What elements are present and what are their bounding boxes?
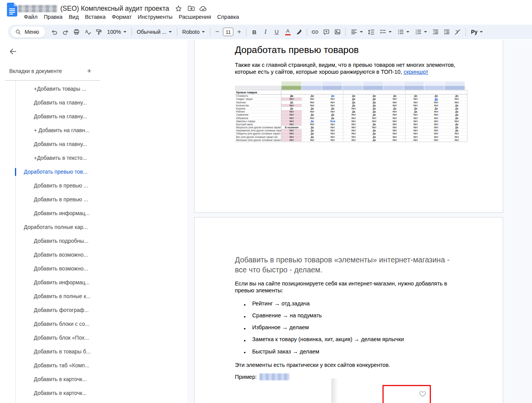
font-select[interactable]: Roboto xyxy=(180,27,207,37)
sheet-cell: Нет xyxy=(323,123,343,126)
sidebar-tab-item[interactable]: Добавить на главну... xyxy=(0,109,187,123)
sheet-cell: Да xyxy=(447,123,467,126)
sidebar-tab-item[interactable]: Добавить возможно... xyxy=(0,262,187,275)
caret-down-icon xyxy=(360,31,363,33)
document-page-1[interactable]: Доработать превью товаров Также как с гл… xyxy=(194,40,503,213)
sidebar-tab-item[interactable]: +Добавить в тексто... xyxy=(0,151,187,165)
sidebar-tab-item[interactable]: Добавить на главну... xyxy=(0,137,187,151)
sidebar-tab-item[interactable]: Добавить блоки с со... xyxy=(0,317,187,331)
sheet-cell: Нет xyxy=(343,132,364,135)
styles-select[interactable]: Обычный ... xyxy=(135,27,174,37)
doc-bullet-item: Избранное → делаем xyxy=(235,324,466,331)
sidebar-tab-item[interactable]: +Добавить товары ... xyxy=(0,82,187,96)
sheet-cell: Да xyxy=(384,107,405,110)
sidebar-tab-item[interactable]: Добавить в товары б... xyxy=(0,345,187,358)
font-value: Roboto xyxy=(182,29,200,35)
menu-расширения[interactable]: Расширения xyxy=(176,13,214,21)
zoom-select[interactable]: 100% xyxy=(105,27,129,37)
move-folder-button[interactable] xyxy=(186,3,196,14)
menu-вид[interactable]: Вид xyxy=(66,13,82,21)
sheet-row: РейтингНетНетНетДаДаНетДаНетДа xyxy=(235,110,467,113)
sidebar-tab-item[interactable]: Добавить в полные к... xyxy=(0,289,187,303)
sheet-cell: Да xyxy=(426,107,446,110)
sheet-cell: Да xyxy=(281,107,302,110)
sheet-cell: Да xyxy=(364,129,384,132)
sidebar-tab-label: Добавить блок «Пох... xyxy=(34,335,89,341)
text-color-icon: A xyxy=(285,28,291,35)
sidebar-tab-item[interactable]: Добавить в карточк... xyxy=(0,386,187,400)
decrease-font-size-button[interactable]: − xyxy=(213,28,221,36)
sidebar-tab-item[interactable]: Добавить в карточк... xyxy=(0,372,187,386)
undo-button[interactable] xyxy=(49,27,60,37)
sheet-cell: Да xyxy=(364,110,384,113)
decrease-indent-button[interactable] xyxy=(430,27,441,37)
sidebar-tab-label: Доработать превью тов... xyxy=(24,169,87,175)
line-spacing-icon xyxy=(367,28,375,36)
embedded-sheet-image[interactable]: Превью товаров СтоимостьДаДаДаДаДаДаДаДа… xyxy=(235,80,467,142)
spellcheck-button[interactable]: А xyxy=(83,27,93,37)
sidebar-tab-item[interactable]: + Добавить на главн... xyxy=(0,123,187,137)
sheet-cell: Нет xyxy=(384,126,405,129)
caret-down-icon xyxy=(389,31,392,33)
document-page-2[interactable]: Добавить в превью товаров «элементы» инт… xyxy=(194,217,503,403)
insert-image-button[interactable] xyxy=(332,27,342,37)
redo-button[interactable] xyxy=(60,27,71,37)
menu-файл[interactable]: Файл xyxy=(21,13,41,21)
menu-правка[interactable]: Правка xyxy=(41,13,66,21)
sheet-row: НаличиеДаНетНетДаДаНетНетНетНет xyxy=(235,101,467,104)
increase-font-size-button[interactable]: + xyxy=(235,28,243,36)
sidebar-tab-item[interactable]: Добавить на главну... xyxy=(0,96,187,109)
sheet-cell: New xyxy=(323,120,343,123)
sidebar-tab-item[interactable]: Добавить таб «Комп... xyxy=(0,358,187,372)
menu-search-button[interactable]: Меню xyxy=(11,27,45,38)
document-title[interactable]: (SEO) Комплексный аудит проекта xyxy=(58,5,171,13)
italic-button[interactable]: I xyxy=(260,27,271,37)
sidebar-tab-item[interactable]: Доработать полные кар... xyxy=(0,220,187,234)
checklist-select[interactable] xyxy=(377,27,394,37)
menu-формат[interactable]: Формат xyxy=(109,13,135,21)
sidebar-tab-item[interactable]: Добавить фотограф... xyxy=(0,303,187,317)
clear-formatting-button[interactable]: T xyxy=(452,27,463,37)
add-tab-button[interactable]: + xyxy=(84,66,95,76)
screenshot-link[interactable]: скриншот xyxy=(404,69,428,75)
sheet-cell: Да xyxy=(447,107,467,110)
line-spacing-button[interactable] xyxy=(366,27,376,37)
doc-bullet-item: Сравнение → на подумать xyxy=(235,312,466,319)
sidebar-tab-item[interactable]: Добавить в превью ... xyxy=(0,192,187,206)
document-status-button[interactable] xyxy=(198,3,209,14)
font-size-input[interactable]: 11 xyxy=(223,28,233,36)
highlight-color-button[interactable] xyxy=(294,27,304,37)
bullet-list-select[interactable] xyxy=(395,27,412,37)
back-arrow-icon xyxy=(9,47,17,56)
print-button[interactable] xyxy=(71,27,82,37)
close-sidebar-button[interactable] xyxy=(6,45,20,58)
doc-example-row: Пример: xyxy=(235,373,466,380)
input-tools-select[interactable]: Ру xyxy=(469,27,485,37)
numbered-list-select[interactable]: 1 2 3 xyxy=(412,27,429,37)
caret-down-icon xyxy=(424,31,427,33)
sheet-row: СтоимостьДаДаДаДаДаДаДаДаДа xyxy=(235,95,467,98)
bold-button[interactable]: B xyxy=(249,27,259,37)
insert-link-button[interactable] xyxy=(310,27,320,37)
sidebar-tab-item-active[interactable]: Доработать превью тов... xyxy=(0,165,187,179)
increase-indent-button[interactable] xyxy=(441,27,452,37)
sidebar-tab-item[interactable]: Добавить подробны... xyxy=(0,234,187,248)
align-select[interactable] xyxy=(348,27,365,37)
underline-button[interactable]: U xyxy=(271,27,282,37)
star-button[interactable] xyxy=(173,3,184,14)
sidebar-tab-item[interactable]: Добавить в превью ... xyxy=(0,179,187,192)
docs-file-icon[interactable] xyxy=(7,3,17,18)
text-color-button[interactable]: A xyxy=(283,27,293,37)
menu-справка[interactable]: Справка xyxy=(214,13,242,21)
add-comment-button[interactable] xyxy=(321,27,331,37)
sidebar-tab-item[interactable]: Добавить возможно... xyxy=(0,248,187,262)
sidebar-tab-item[interactable]: Добавить информац... xyxy=(0,275,187,289)
sheet-row: КорзинаДаДаДаНетДаДаДаДаДа xyxy=(235,107,467,110)
paint-format-button[interactable] xyxy=(94,27,104,37)
menu-вставка[interactable]: Вставка xyxy=(82,13,109,21)
tabs-header: Вкладки в документе + xyxy=(9,66,95,76)
sidebar-tab-item[interactable]: Добавить блок «Пох... xyxy=(0,331,187,345)
sidebar-tab-item[interactable]: Добавить информац... xyxy=(0,206,187,220)
menu-инструменты[interactable]: Инструменты xyxy=(135,13,175,21)
sidebar-tab-label: Добавить в карточк... xyxy=(34,390,87,396)
